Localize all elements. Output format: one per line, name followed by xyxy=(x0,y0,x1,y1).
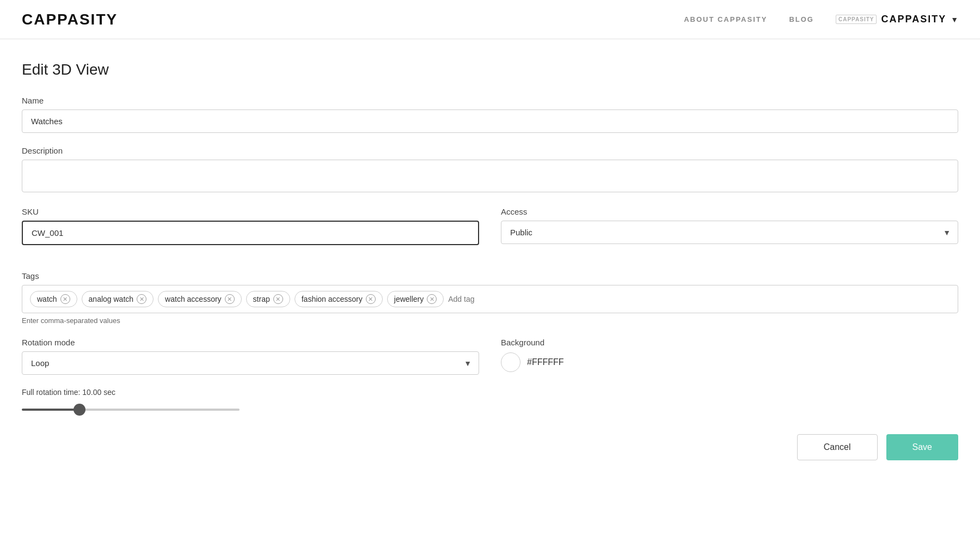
header: CAPPASITY ABOUT CAPPASITY BLOG CAPPASITY… xyxy=(0,0,980,39)
description-group: Description xyxy=(22,146,958,194)
description-input[interactable] xyxy=(22,160,958,192)
tags-hint: Enter comma-separated values xyxy=(22,316,958,325)
tag-analog-watch-remove[interactable]: ✕ xyxy=(137,294,146,304)
chevron-down-icon: ▼ xyxy=(951,15,958,24)
access-group: Access Public Private ▼ xyxy=(501,207,958,245)
description-label: Description xyxy=(22,146,958,155)
tag-watch-accessory-remove[interactable]: ✕ xyxy=(225,294,235,304)
tag-add-input[interactable] xyxy=(448,295,950,303)
tags-group: Tags watch ✕ analog watch ✕ watch access… xyxy=(22,271,958,325)
access-label: Access xyxy=(501,207,958,216)
rotation-mode-select[interactable]: Loop Swing None xyxy=(22,351,479,375)
tag-jewellery-label: jewellery xyxy=(394,295,424,303)
sku-group: SKU xyxy=(22,207,479,245)
logo: CAPPASITY xyxy=(22,11,118,28)
tag-watch-accessory: watch accessory ✕ xyxy=(158,291,241,307)
color-value: #FFFFFF xyxy=(527,357,564,367)
background-group: Background #FFFFFF xyxy=(501,338,958,375)
nav-about[interactable]: ABOUT CAPPASITY xyxy=(684,15,767,23)
page-title: Edit 3D View xyxy=(22,61,958,78)
nav-user-name: CAPPASITY xyxy=(881,14,946,25)
action-buttons-row: Cancel Save xyxy=(22,434,958,460)
tag-fashion-accessory-remove[interactable]: ✕ xyxy=(366,294,376,304)
tag-watch-accessory-label: watch accessory xyxy=(165,295,221,303)
tag-analog-watch-label: analog watch xyxy=(89,295,134,303)
tag-watch: watch ✕ xyxy=(30,291,77,307)
color-picker-button[interactable] xyxy=(501,352,520,372)
rotation-mode-group: Rotation mode Loop Swing None ▼ xyxy=(22,338,479,375)
tag-watch-remove[interactable]: ✕ xyxy=(60,294,70,304)
nav-user[interactable]: CAPPASITY CAPPASITY ▼ xyxy=(836,14,958,25)
background-label: Background xyxy=(501,338,958,347)
tags-container: watch ✕ analog watch ✕ watch accessory ✕… xyxy=(22,285,958,313)
rotation-time-label: Full rotation time: 10.00 sec xyxy=(22,388,958,397)
tag-analog-watch: analog watch ✕ xyxy=(82,291,154,307)
name-group: Name xyxy=(22,96,958,133)
tag-fashion-accessory: fashion accessory ✕ xyxy=(295,291,383,307)
main-content: Edit 3D View Name Description SKU Access… xyxy=(0,39,980,493)
rotation-mode-label: Rotation mode xyxy=(22,338,479,347)
save-button[interactable]: Save xyxy=(886,434,958,460)
rotation-time-group: Full rotation time: 10.00 sec xyxy=(22,388,958,412)
name-label: Name xyxy=(22,96,958,105)
tag-jewellery-remove[interactable]: ✕ xyxy=(427,294,437,304)
sku-input[interactable] xyxy=(22,221,479,245)
tag-strap-label: strap xyxy=(253,295,270,303)
rotation-background-row: Rotation mode Loop Swing None ▼ Backgrou… xyxy=(22,338,958,375)
sku-access-row: SKU Access Public Private ▼ xyxy=(22,207,958,258)
nav-user-logo-text: CAPPASITY xyxy=(836,15,877,24)
tag-fashion-accessory-label: fashion accessory xyxy=(302,295,363,303)
tag-strap: strap ✕ xyxy=(246,291,290,307)
nav-blog[interactable]: BLOG xyxy=(789,15,814,23)
access-select-wrapper: Public Private ▼ xyxy=(501,221,958,244)
tag-jewellery: jewellery ✕ xyxy=(387,291,444,307)
rotation-mode-select-wrapper: Loop Swing None ▼ xyxy=(22,351,479,375)
name-input[interactable] xyxy=(22,109,958,133)
tag-watch-label: watch xyxy=(37,295,57,303)
rotation-time-slider[interactable] xyxy=(22,409,240,411)
header-nav: ABOUT CAPPASITY BLOG CAPPASITY CAPPASITY… xyxy=(684,14,958,25)
tags-label: Tags xyxy=(22,271,958,281)
access-select[interactable]: Public Private xyxy=(501,221,958,244)
cancel-button[interactable]: Cancel xyxy=(797,434,878,460)
sku-label: SKU xyxy=(22,207,479,216)
background-color-row: #FFFFFF xyxy=(501,352,958,372)
tag-strap-remove[interactable]: ✕ xyxy=(273,294,283,304)
